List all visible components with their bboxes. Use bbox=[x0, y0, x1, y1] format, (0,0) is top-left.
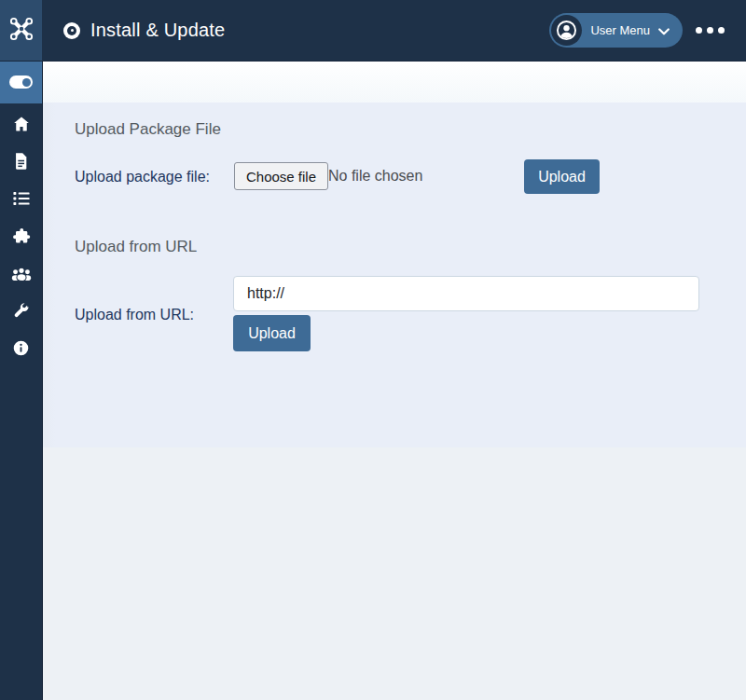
upload-url-button[interactable]: Upload bbox=[233, 315, 311, 351]
sidebar-item-menus[interactable] bbox=[0, 180, 42, 217]
chevron-down-icon bbox=[658, 22, 670, 39]
sidebar-item-components[interactable] bbox=[0, 217, 42, 254]
app-header: Install & Update User Menu bbox=[0, 0, 746, 62]
circle-dot-icon bbox=[63, 22, 80, 39]
sidebar-item-help[interactable] bbox=[0, 329, 42, 366]
page-title: Install & Update bbox=[90, 20, 225, 41]
toggle-icon bbox=[9, 75, 33, 89]
overflow-menu-button[interactable] bbox=[696, 27, 725, 34]
puzzle-icon bbox=[12, 226, 31, 245]
sidebar-item-content[interactable] bbox=[0, 143, 42, 180]
file-status-text: No file chosen bbox=[328, 168, 422, 185]
page-title-wrap: Install & Update bbox=[63, 20, 549, 41]
list-icon bbox=[12, 190, 31, 207]
home-icon bbox=[12, 115, 31, 133]
wrench-icon bbox=[12, 302, 30, 320]
ellipsis-icon bbox=[696, 27, 702, 34]
user-circle-icon bbox=[551, 15, 582, 46]
user-menu-button[interactable]: User Menu bbox=[549, 13, 683, 48]
sidebar-nav bbox=[0, 103, 42, 366]
url-input[interactable] bbox=[233, 276, 699, 311]
upload-package-file-heading: Upload Package File bbox=[75, 120, 221, 139]
users-icon bbox=[11, 265, 32, 281]
upload-card bbox=[42, 103, 746, 447]
joomla-logo-icon bbox=[7, 15, 35, 47]
upload-package-file-label: Upload package file: bbox=[75, 169, 210, 185]
upload-from-url-heading: Upload from URL bbox=[75, 238, 197, 256]
joomla-logo-box[interactable] bbox=[0, 0, 42, 61]
sidebar-toggle-button[interactable] bbox=[0, 61, 42, 103]
info-circle-icon bbox=[12, 339, 30, 357]
choose-file-button[interactable]: Choose file bbox=[234, 162, 328, 190]
upload-package-button[interactable]: Upload bbox=[524, 159, 600, 194]
sidebar bbox=[0, 61, 43, 700]
sidebar-item-system[interactable] bbox=[0, 292, 42, 329]
sidebar-item-users[interactable] bbox=[0, 254, 42, 292]
main-content: Upload Package File Upload package file:… bbox=[42, 103, 746, 700]
sidebar-item-home-dashboard[interactable] bbox=[0, 105, 42, 143]
file-icon bbox=[13, 152, 29, 171]
toolbar-area bbox=[42, 61, 746, 103]
user-menu-label: User Menu bbox=[590, 23, 650, 37]
upload-from-url-label: Upload from URL: bbox=[75, 307, 194, 323]
